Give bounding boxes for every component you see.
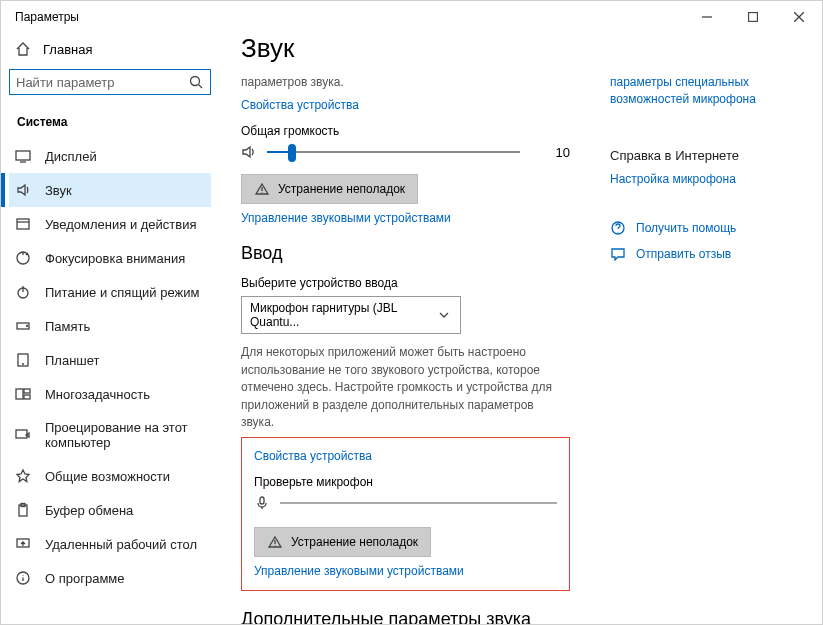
remote-icon [15, 536, 31, 552]
microphone-icon [254, 495, 270, 511]
sidebar-item-label: Память [45, 319, 90, 334]
svg-rect-16 [16, 389, 23, 399]
sidebar-item-sound[interactable]: Звук [9, 173, 211, 207]
sidebar-item-label: Дисплей [45, 149, 97, 164]
sidebar-item-storage[interactable]: Память [9, 309, 211, 343]
sound-icon [15, 182, 31, 198]
sidebar-item-label: Уведомления и действия [45, 217, 197, 232]
sidebar-item-label: Проецирование на этот компьютер [45, 420, 203, 450]
maximize-button[interactable] [730, 1, 776, 33]
feedback-link[interactable]: Отправить отзыв [610, 246, 800, 262]
input-device-select[interactable]: Микрофон гарнитуры (JBL Quantu... [241, 296, 461, 334]
sidebar-item-projecting[interactable]: Проецирование на этот компьютер [9, 411, 211, 459]
svg-rect-26 [260, 497, 264, 504]
svg-point-13 [27, 326, 28, 327]
home-icon [15, 41, 31, 57]
category-heading: Система [9, 109, 211, 139]
svg-rect-1 [749, 13, 758, 22]
feedback-icon [610, 246, 626, 262]
sidebar-item-label: О программе [45, 571, 125, 586]
chevron-down-icon [436, 307, 452, 323]
sidebar-item-multitask[interactable]: Многозадачность [9, 377, 211, 411]
projecting-icon [15, 427, 31, 443]
svg-line-5 [199, 85, 203, 89]
output-device-properties-link[interactable]: Свойства устройства [241, 98, 359, 112]
extra-heading: Дополнительные параметры звука [241, 609, 570, 624]
sidebar-item-notifications[interactable]: Уведомления и действия [9, 207, 211, 241]
focus-icon [15, 250, 31, 266]
get-help-link[interactable]: Получить помощь [610, 220, 800, 236]
page-title: Звук [241, 33, 800, 64]
sidebar-item-label: Фокусировка внимания [45, 251, 185, 266]
input-troubleshoot-button[interactable]: Устранение неполадок [254, 527, 431, 557]
accessibility-mic-link[interactable]: параметры специальных возможностей микро… [610, 74, 800, 108]
window-title: Параметры [15, 10, 79, 24]
sidebar-item-label: Питание и спящий режим [45, 285, 199, 300]
svg-rect-8 [17, 219, 29, 229]
mic-level-meter [280, 502, 557, 504]
help-mic-setup-link[interactable]: Настройка микрофона [610, 172, 736, 186]
volume-label: Общая громкость [241, 124, 570, 138]
output-manage-devices-link[interactable]: Управление звуковыми устройствами [241, 211, 451, 225]
sidebar-item-label: Многозадачность [45, 387, 150, 402]
home-link[interactable]: Главная [9, 33, 211, 69]
input-manage-devices-link[interactable]: Управление звуковыми устройствами [254, 564, 464, 578]
input-device-value: Микрофон гарнитуры (JBL Quantu... [250, 301, 436, 329]
sidebar: Главная Найти параметр Система Дисплей З… [1, 33, 219, 624]
minimize-button[interactable] [684, 1, 730, 33]
home-label: Главная [43, 42, 92, 57]
sidebar-item-remote[interactable]: Удаленный рабочий стол [9, 527, 211, 561]
sidebar-item-label: Общие возможности [45, 469, 170, 484]
search-input[interactable]: Найти параметр [9, 69, 211, 95]
choose-input-label: Выберите устройство ввода [241, 276, 570, 290]
speaker-icon[interactable] [241, 144, 257, 160]
sidebar-item-clipboard[interactable]: Буфер обмена [9, 493, 211, 527]
volume-value: 10 [530, 145, 570, 160]
svg-rect-19 [16, 430, 27, 438]
help-icon [610, 220, 626, 236]
sidebar-item-shared[interactable]: Общие возможности [9, 459, 211, 493]
link-label: Получить помощь [636, 221, 736, 235]
close-button[interactable] [776, 1, 822, 33]
sidebar-item-focus[interactable]: Фокусировка внимания [9, 241, 211, 275]
tablet-icon [15, 352, 31, 368]
output-desc-truncated: параметров звука. [241, 74, 570, 91]
about-icon [15, 570, 31, 586]
shared-icon [15, 468, 31, 484]
warning-icon [254, 181, 270, 197]
output-troubleshoot-button[interactable]: Устранение неполадок [241, 174, 418, 204]
sidebar-item-label: Планшет [45, 353, 100, 368]
power-icon [15, 284, 31, 300]
search-placeholder: Найти параметр [16, 75, 114, 90]
sidebar-item-tablet[interactable]: Планшет [9, 343, 211, 377]
storage-icon [15, 318, 31, 334]
svg-rect-6 [16, 151, 30, 160]
input-heading: Ввод [241, 243, 570, 264]
search-icon [188, 74, 204, 90]
input-desc: Для некоторых приложений может быть наст… [241, 344, 570, 431]
sidebar-item-power[interactable]: Питание и спящий режим [9, 275, 211, 309]
sidebar-item-label: Удаленный рабочий стол [45, 537, 197, 552]
svg-point-4 [191, 77, 200, 86]
warning-icon [267, 534, 283, 550]
test-mic-label: Проверьте микрофон [254, 475, 557, 489]
window-buttons [684, 1, 822, 33]
clipboard-icon [15, 502, 31, 518]
sidebar-item-display[interactable]: Дисплей [9, 139, 211, 173]
sidebar-item-about[interactable]: О программе [9, 561, 211, 595]
link-label: Отправить отзыв [636, 247, 731, 261]
button-label: Устранение неполадок [278, 182, 405, 196]
main-panel: Звук параметров звука. Свойства устройст… [219, 33, 822, 624]
sidebar-item-label: Буфер обмена [45, 503, 133, 518]
volume-slider[interactable] [267, 151, 520, 153]
sidebar-item-label: Звук [45, 183, 72, 198]
aside-column: параметры специальных возможностей микро… [610, 74, 800, 624]
svg-rect-17 [24, 389, 30, 393]
button-label: Устранение неполадок [291, 535, 418, 549]
help-heading: Справка в Интернете [610, 148, 800, 163]
multitask-icon [15, 386, 31, 402]
input-device-properties-link[interactable]: Свойства устройства [254, 449, 372, 463]
svg-rect-18 [24, 395, 30, 399]
titlebar: Параметры [1, 1, 822, 33]
content-column: параметров звука. Свойства устройства Об… [241, 74, 570, 624]
